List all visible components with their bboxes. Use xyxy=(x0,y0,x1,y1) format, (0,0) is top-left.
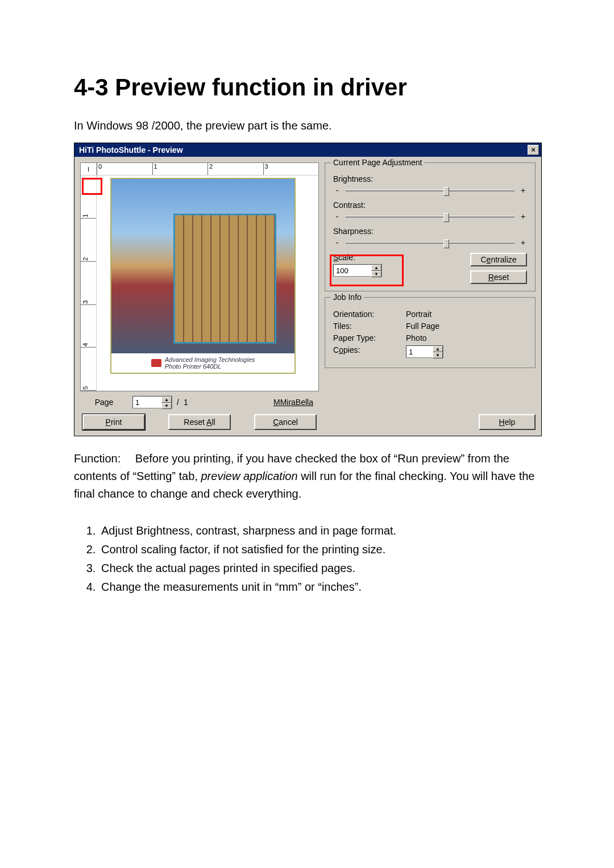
contrast-slider[interactable] xyxy=(346,216,515,218)
slider-thumb[interactable] xyxy=(443,187,449,196)
brightness-label: Brightness: xyxy=(333,174,527,183)
reset-button[interactable]: Reset xyxy=(470,270,527,284)
section-heading: 4-3 Preview function in driver xyxy=(74,74,540,101)
minus-icon: - xyxy=(333,186,341,195)
orientation-value: Portrait xyxy=(406,310,432,319)
copies-spinner[interactable]: ▲ ▼ xyxy=(406,345,443,358)
ruler-h-tick: 3 xyxy=(263,163,319,175)
intro-text: In Windows 98 /2000, the preview part is… xyxy=(74,117,540,135)
preview-area: I 0 1 2 3 1 2 3 4 xyxy=(80,162,319,391)
contrast-label: Contrast: xyxy=(333,201,527,210)
titlebar: HiTi PhotoShuttle - Preview × xyxy=(74,143,541,157)
slider-thumb[interactable] xyxy=(443,213,449,222)
footer-line1: Advanced Imaging Technologies xyxy=(165,356,255,363)
page-selector-row: Page ▲ ▼ / 1 MMiraBellaMiraBella xyxy=(80,396,319,408)
cancel-button[interactable]: Cancel xyxy=(254,414,317,430)
scale-spinner[interactable]: ▲ ▼ xyxy=(333,264,382,277)
window-title: HiTi PhotoShuttle - Preview xyxy=(79,145,528,155)
mirabella-link[interactable]: MMiraBellaMiraBella xyxy=(273,398,313,407)
highlight-box-ruler xyxy=(82,178,102,195)
ruler-h-tick: 0 xyxy=(97,163,152,175)
function-text-em: preview application xyxy=(201,470,297,482)
function-paragraph: Function: Before you printing, if you ha… xyxy=(74,450,540,503)
ruler-v-tick: 4 xyxy=(81,304,96,348)
ruler-v-tick: 5 xyxy=(81,348,96,391)
horizontal-ruler: I 0 1 2 3 xyxy=(81,163,318,176)
minus-icon: - xyxy=(333,238,341,247)
photo-footer: Advanced Imaging Technologies Photo Prin… xyxy=(111,353,294,373)
spin-down-icon[interactable]: ▼ xyxy=(161,403,172,409)
spin-up-icon[interactable]: ▲ xyxy=(371,265,381,271)
plus-icon: + xyxy=(519,186,527,195)
page-total: 1 xyxy=(184,398,188,407)
list-item: Change the measurements unit in “mm” or … xyxy=(99,578,540,596)
close-icon[interactable]: × xyxy=(528,145,539,155)
list-item: Check the actual pages printed in specif… xyxy=(99,560,540,577)
jobinfo-group: Orientation:Portrait Tiles:Full Page Pap… xyxy=(325,297,536,368)
feature-list: Adjust Brightness, contrast, sharpness a… xyxy=(74,522,540,596)
preview-photo: Advanced Imaging Technologies Photo Prin… xyxy=(110,178,296,374)
spin-down-icon[interactable]: ▼ xyxy=(371,271,381,277)
centralize-button[interactable]: Centralize xyxy=(470,253,527,266)
papertype-label: Paper Type: xyxy=(333,333,406,343)
preview-canvas[interactable]: Advanced Imaging Technologies Photo Prin… xyxy=(97,176,318,391)
copies-input[interactable] xyxy=(406,346,433,357)
building-graphic xyxy=(173,214,276,343)
brightness-slider[interactable] xyxy=(346,190,515,191)
help-button[interactable]: Help xyxy=(479,414,536,430)
sharpness-label: Sharpness: xyxy=(333,227,527,236)
plus-icon: + xyxy=(519,212,527,221)
spin-up-icon[interactable]: ▲ xyxy=(433,346,443,352)
footer-line2: Photo Printer 640DL xyxy=(165,363,255,370)
reset-all-button[interactable]: Reset All xyxy=(168,414,231,430)
orientation-label: Orientation: xyxy=(333,310,406,319)
list-item: Adjust Brightness, contrast, sharpness a… xyxy=(99,522,540,540)
hiti-logo-icon xyxy=(151,359,161,367)
list-item: Control scaling factor, if not satisfied… xyxy=(99,541,540,558)
page-label: Page xyxy=(80,398,128,407)
slider-thumb[interactable] xyxy=(443,239,449,248)
page-slash: / xyxy=(177,398,179,407)
copies-label: Copies: xyxy=(333,345,406,358)
scale-input[interactable] xyxy=(334,265,371,276)
function-label: Function: xyxy=(74,452,121,465)
scale-label: Scale: xyxy=(333,253,459,262)
sharpness-slider[interactable] xyxy=(346,242,515,244)
page-spinner[interactable]: ▲ ▼ xyxy=(132,396,172,408)
ruler-v-tick: 2 xyxy=(81,219,96,262)
ruler-unit: I xyxy=(81,163,97,176)
ruler-v-tick: 3 xyxy=(81,262,96,305)
spin-up-icon[interactable]: ▲ xyxy=(161,397,172,403)
ruler-h-tick: 1 xyxy=(152,163,208,175)
preview-dialog-screenshot: HiTi PhotoShuttle - Preview × I 0 1 2 3 xyxy=(74,143,542,436)
print-button[interactable]: Print xyxy=(82,414,145,430)
papertype-value: Photo xyxy=(406,333,427,343)
page-input[interactable] xyxy=(133,397,161,408)
adjustment-group: Brightness: - + Contrast: - + xyxy=(325,162,536,291)
spin-down-icon[interactable]: ▼ xyxy=(433,352,443,358)
tiles-value: Full Page xyxy=(406,322,439,331)
minus-icon: - xyxy=(333,212,341,221)
vertical-ruler: 1 2 3 4 5 xyxy=(81,176,97,391)
tiles-label: Tiles: xyxy=(333,322,406,331)
ruler-h-tick: 2 xyxy=(208,163,263,175)
plus-icon: + xyxy=(519,238,527,247)
